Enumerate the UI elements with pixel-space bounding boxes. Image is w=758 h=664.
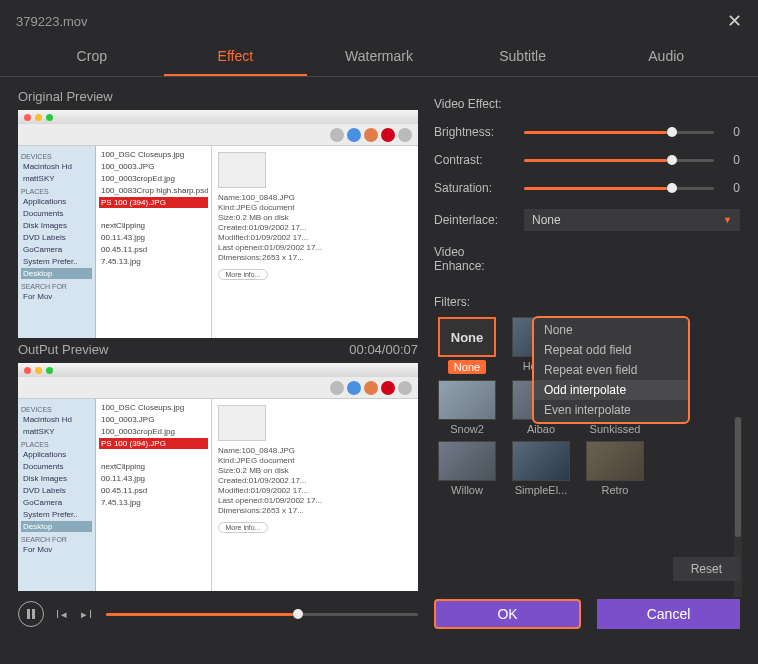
- reset-button[interactable]: Reset: [673, 557, 740, 581]
- video-effect-header: Video Effect:: [434, 97, 516, 111]
- filters-label: Filters:: [434, 295, 740, 309]
- tab-audio[interactable]: Audio: [594, 38, 738, 76]
- ok-button[interactable]: OK: [434, 599, 581, 629]
- saturation-slider[interactable]: [524, 187, 714, 190]
- output-preview: DEVICES Macintosh Hd mattSKY PLACES Appl…: [18, 363, 418, 591]
- tab-effect[interactable]: Effect: [164, 38, 308, 76]
- prev-frame-button[interactable]: I◂: [56, 608, 69, 621]
- filter-thumb-snow2: [438, 380, 496, 420]
- filter-thumb-retro: [586, 441, 644, 481]
- next-frame-button[interactable]: ▸I: [81, 608, 94, 621]
- chevron-down-icon: ▼: [723, 215, 732, 225]
- tab-crop[interactable]: Crop: [20, 38, 164, 76]
- cancel-button[interactable]: Cancel: [597, 599, 740, 629]
- contrast-slider[interactable]: [524, 159, 714, 162]
- enhance-label: Video Enhance:: [434, 245, 516, 273]
- output-preview-label: OutPut Preview: [18, 342, 108, 357]
- filter-none[interactable]: None None: [434, 317, 500, 374]
- pause-button[interactable]: [18, 601, 44, 627]
- original-preview-label: Original Preview: [18, 89, 113, 104]
- tab-watermark[interactable]: Watermark: [307, 38, 451, 76]
- dropdown-opt-repeat-odd[interactable]: Repeat odd field: [534, 340, 688, 360]
- deinterlace-dropdown[interactable]: None Repeat odd field Repeat even field …: [532, 316, 690, 424]
- brightness-slider[interactable]: [524, 131, 714, 134]
- contrast-value: 0: [722, 153, 740, 167]
- timecode: 00:04/00:07: [349, 342, 418, 357]
- dropdown-opt-repeat-even[interactable]: Repeat even field: [534, 360, 688, 380]
- close-icon[interactable]: ✕: [727, 10, 742, 32]
- filter-snow2[interactable]: Snow2: [434, 380, 500, 435]
- deinterlace-selected: None: [532, 213, 561, 227]
- tab-bar: Crop Effect Watermark Subtitle Audio: [0, 38, 758, 77]
- brightness-label: Brightness:: [434, 125, 516, 139]
- saturation-label: Saturation:: [434, 181, 516, 195]
- tab-subtitle[interactable]: Subtitle: [451, 38, 595, 76]
- brightness-value: 0: [722, 125, 740, 139]
- filter-thumb-simpleel: [512, 441, 570, 481]
- window-title: 379223.mov: [16, 14, 88, 29]
- seek-slider[interactable]: [106, 613, 418, 616]
- deinterlace-select[interactable]: None ▼: [524, 209, 740, 231]
- contrast-label: Contrast:: [434, 153, 516, 167]
- filter-willow[interactable]: Willow: [434, 441, 500, 496]
- deinterlace-label: Deinterlace:: [434, 213, 516, 227]
- svg-rect-1: [32, 609, 35, 619]
- saturation-value: 0: [722, 181, 740, 195]
- svg-rect-0: [27, 609, 30, 619]
- filter-retro[interactable]: Retro: [582, 441, 648, 496]
- dropdown-opt-none[interactable]: None: [534, 320, 688, 340]
- dropdown-opt-odd-interpolate[interactable]: Odd interpolate: [534, 380, 688, 400]
- filter-thumb-none: None: [438, 317, 496, 357]
- original-preview: DEVICES Macintosh Hd mattSKY PLACES Appl…: [18, 110, 418, 338]
- dropdown-opt-even-interpolate[interactable]: Even interpolate: [534, 400, 688, 420]
- filter-thumb-willow: [438, 441, 496, 481]
- filter-simpleel[interactable]: SimpleEl...: [508, 441, 574, 496]
